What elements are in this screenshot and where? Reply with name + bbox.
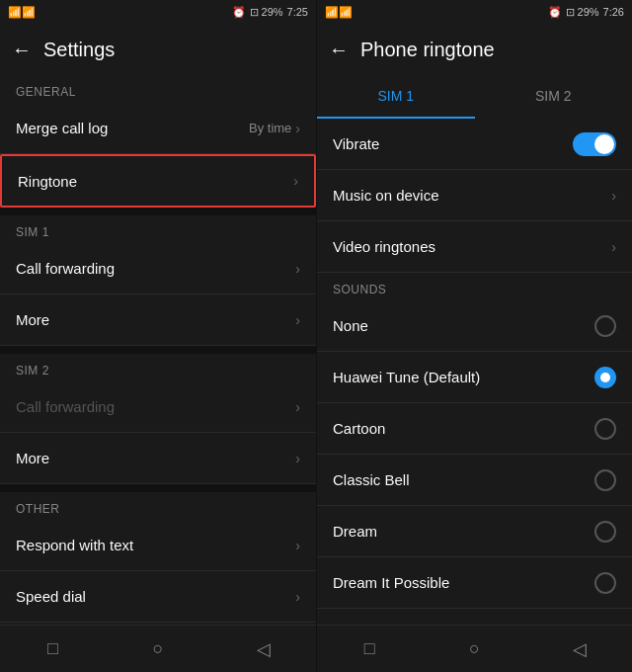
settings-list: GENERAL Merge call log By time › Rington… <box>0 75 316 625</box>
tab-sim2[interactable]: SIM 2 <box>475 75 633 119</box>
nav-back-right[interactable]: ◁ <box>560 638 599 660</box>
respond-with-text-item[interactable]: Respond with text › <box>0 520 316 571</box>
call-forwarding-sim2-label: Call forwarding <box>16 398 115 415</box>
top-bar-right: ← Phone ringtone <box>317 24 632 75</box>
sound-dream-label: Dream <box>333 523 377 540</box>
ringtone-settings-list: Vibrate Music on device › Video ringtone… <box>317 119 632 625</box>
tab-bar: SIM 1 SIM 2 <box>317 75 632 119</box>
merge-call-log-item[interactable]: Merge call log By time › <box>0 103 316 154</box>
back-button-right[interactable]: ← <box>329 39 349 61</box>
sound-dream-it-possible-label: Dream It Possible <box>333 574 449 591</box>
page-title-left: Settings <box>43 39 115 61</box>
more-sim1-label: More <box>16 311 49 328</box>
vibrate-label: Vibrate <box>333 135 379 152</box>
music-on-device-label: Music on device <box>333 187 439 204</box>
more-sim2-label: More <box>16 450 49 466</box>
divider-2 <box>0 346 316 354</box>
nav-square-left[interactable]: □ <box>33 638 72 659</box>
back-button-left[interactable]: ← <box>12 39 32 61</box>
sounds-section-header: SOUNDS <box>317 273 632 300</box>
video-ringtones-item[interactable]: Video ringtones › <box>317 221 632 273</box>
chevron-icon: › <box>295 451 300 466</box>
signal-icon-right: 📶📶 <box>325 6 353 19</box>
call-forwarding-sim1-label: Call forwarding <box>16 260 115 277</box>
sound-dream-it-possible-radio[interactable] <box>594 572 616 594</box>
tab-sim1[interactable]: SIM 1 <box>317 75 475 119</box>
chevron-icon: › <box>295 589 300 605</box>
left-panel: 📶📶 ⏰ ⊡ 29% 7:25 ← Settings GENERAL Merge… <box>0 0 316 672</box>
sim2-section-header: SIM 2 <box>0 354 316 381</box>
status-bar-right: 📶📶 ⏰ ⊡ 29% 7:26 <box>317 0 632 24</box>
ringtone-item[interactable]: Ringtone › <box>0 154 316 208</box>
merge-call-log-label: Merge call log <box>16 120 108 136</box>
other-section-header: OTHER <box>0 492 316 520</box>
sound-huawei-label: Huawei Tune (Default) <box>333 369 480 385</box>
chevron-icon: › <box>295 312 300 328</box>
chevron-icon: › <box>611 188 616 204</box>
speed-dial-label: Speed dial <box>16 588 86 605</box>
signal-icon: 📶📶 <box>8 6 36 19</box>
nav-back-left[interactable]: ◁ <box>244 638 283 660</box>
sound-dream-it-possible-item[interactable]: Dream It Possible <box>317 557 632 609</box>
nav-circle-left[interactable]: ○ <box>138 638 178 659</box>
sound-dream-radio[interactable] <box>594 521 616 543</box>
status-info-left: ⏰ ⊡ 29% 7:25 <box>232 6 309 19</box>
sound-none-label: None <box>333 317 368 334</box>
general-section-header: GENERAL <box>0 75 316 103</box>
ringtone-label: Ringtone <box>18 173 77 190</box>
battery-left: ⊡ 29% <box>250 6 283 19</box>
sound-dream-item[interactable]: Dream <box>317 506 632 557</box>
respond-with-text-label: Respond with text <box>16 537 133 553</box>
status-bar-left: 📶📶 ⏰ ⊡ 29% 7:25 <box>0 0 316 24</box>
bottom-nav-left: □ ○ ◁ <box>0 625 316 672</box>
right-panel: 📶📶 ⏰ ⊡ 29% 7:26 ← Phone ringtone SIM 1 S… <box>316 0 632 672</box>
sim1-section-header: SIM 1 <box>0 215 316 243</box>
vibrate-toggle[interactable] <box>573 132 616 156</box>
sound-huawei-item[interactable]: Huawei Tune (Default) <box>317 352 632 403</box>
sound-none-item[interactable]: None <box>317 300 632 352</box>
page-title-right: Phone ringtone <box>360 39 495 61</box>
sound-cartoon-radio[interactable] <box>594 418 616 440</box>
bottom-nav-right: □ ○ ◁ <box>317 625 632 672</box>
nav-circle-right[interactable]: ○ <box>454 638 494 659</box>
status-info-right: ⏰ ⊡ 29% 7:26 <box>548 6 625 19</box>
music-on-device-item[interactable]: Music on device › <box>317 170 632 221</box>
nav-square-right[interactable]: □ <box>350 638 389 659</box>
call-forwarding-sim2-item[interactable]: Call forwarding › <box>0 381 316 433</box>
chevron-icon: › <box>293 173 298 189</box>
video-ringtones-label: Video ringtones <box>333 238 435 255</box>
alarm-icon: ⏰ <box>232 6 246 19</box>
sound-huawei-radio[interactable] <box>594 367 616 388</box>
merge-call-log-value: By time › <box>249 121 300 136</box>
divider-3 <box>0 484 316 492</box>
divider-1 <box>0 208 316 215</box>
time-right: 7:26 <box>603 6 624 18</box>
sound-classic-bell-radio[interactable] <box>594 469 616 491</box>
status-signal-right: 📶📶 <box>325 6 353 19</box>
more-sim2-item[interactable]: More › <box>0 433 316 484</box>
time-left: 7:25 <box>287 6 308 18</box>
chevron-icon: › <box>295 121 300 136</box>
sound-classic-bell-label: Classic Bell <box>333 471 410 488</box>
call-forwarding-sim1-item[interactable]: Call forwarding › <box>0 243 316 294</box>
more-sim1-item[interactable]: More › <box>0 294 316 346</box>
sound-none-radio[interactable] <box>594 315 616 337</box>
top-bar-left: ← Settings <box>0 24 316 75</box>
alarm-icon-right: ⏰ <box>548 6 562 19</box>
sound-cartoon-label: Cartoon <box>333 420 385 437</box>
chevron-icon: › <box>295 261 300 277</box>
battery-right: ⊡ 29% <box>566 6 599 19</box>
status-signal-left: 📶📶 <box>8 6 36 19</box>
chevron-icon: › <box>611 239 616 255</box>
sound-classic-bell-item[interactable]: Classic Bell <box>317 455 632 506</box>
vibrate-row[interactable]: Vibrate <box>317 119 632 170</box>
speed-dial-item[interactable]: Speed dial › <box>0 571 316 623</box>
chevron-icon: › <box>295 538 300 553</box>
sound-cartoon-item[interactable]: Cartoon <box>317 403 632 455</box>
chevron-icon: › <box>295 399 300 415</box>
